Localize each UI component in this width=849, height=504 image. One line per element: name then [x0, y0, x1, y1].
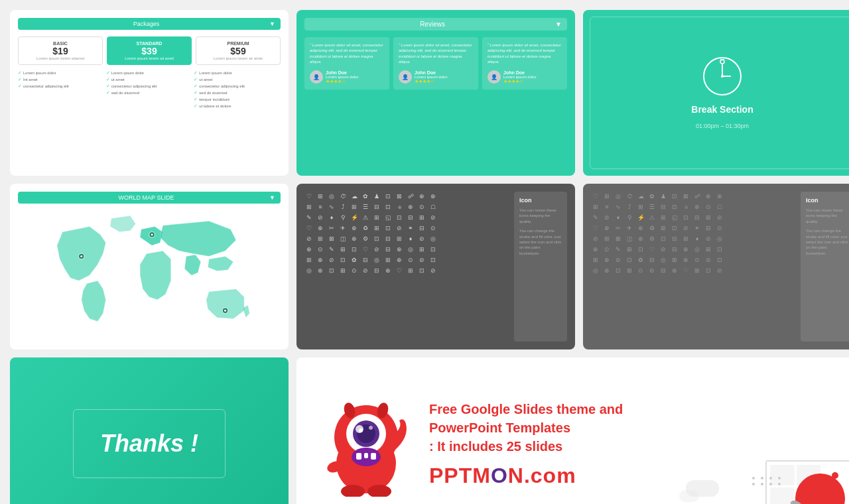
icon-glyph: ⊡	[715, 255, 724, 265]
icon-glyph: ⊘	[428, 266, 438, 275]
icon-glyph: ⊡	[383, 192, 393, 201]
icon-glyph: ⊕	[681, 245, 690, 254]
promo-main-text: Free Goolgle Slides theme andPowerPoint …	[429, 400, 842, 456]
icon-glyph: ⊘	[417, 255, 426, 265]
icon-glyph: ⊡	[350, 245, 359, 254]
feature-item: ✓consectetur adipiscing elit	[18, 84, 105, 89]
icon-glyph: ⚠	[647, 213, 657, 222]
icon-glyph: ◎	[715, 234, 724, 243]
icon-glyph: ⊞	[304, 255, 314, 265]
icon-glyph: ⊙	[417, 202, 426, 212]
icon-glyph: ⊞	[681, 234, 690, 243]
drone-decoration	[812, 500, 838, 504]
icon-glyph: ⊡	[327, 266, 336, 275]
icon-glyph: ⤴	[338, 202, 348, 212]
icon-glyph: ⊡	[395, 213, 404, 222]
map-header: WORLD MAP SLIDE ▼	[18, 192, 281, 204]
icon-glyph: ≡	[316, 202, 325, 212]
icon-glyph: ⊕	[670, 266, 679, 275]
icon-glyph: ⊙	[636, 266, 645, 275]
icon-glyph: ⚲	[625, 213, 634, 222]
icon-glyph: ⊕	[350, 223, 359, 233]
icon-glyph: ⊟	[372, 266, 381, 275]
icon-glyph: ⊡	[681, 213, 690, 222]
package-basic: BASIC $19 Lorem ipsum lorem sitamet	[18, 36, 103, 65]
icon-glyph: ⊕	[692, 202, 702, 212]
icon-glyph: ✿	[361, 192, 370, 201]
reviewer-2: 👤 John Doe Lorem ipsum dolor ★★★★☆	[399, 70, 473, 84]
icon-glyph: ✂	[327, 223, 336, 233]
map-dropdown-icon[interactable]: ▼	[269, 194, 275, 201]
reviewer-stars-2: ★★★★☆	[415, 79, 448, 84]
reviewer-1: 👤 John Doe Lorem ipsum dolor ★★★★☆	[310, 70, 384, 84]
icon-glyph: ✿	[350, 255, 359, 265]
icon-glyph: ⊞	[602, 234, 612, 243]
features-col1: ✓Lorem ipsum dolor ✓Int amet ✓consectetu…	[18, 70, 105, 110]
icon-glyph: ⊕	[602, 255, 612, 265]
promo-slide: Free Goolgle Slides theme andPowerPoint …	[296, 357, 849, 504]
icon-glyph: ⊙	[428, 223, 438, 233]
icon-row: ♡ ⊞ ◎ ⏱ ☁ ✿ ♟ ⊡ ⊠ ☍ ⊕ ⊗	[591, 192, 795, 201]
icon-legend-title-dark: Icon	[806, 197, 848, 204]
icon-row: ⊞ ≡ ∿ ⤴ ⊞ ☰ ⊟ ⊡ ⍟ ⊕ ⊙ ☖	[304, 202, 509, 212]
icon-glyph: ⊠	[327, 234, 336, 243]
packages-dropdown-icon[interactable]: ▼	[269, 21, 275, 27]
icon-glyph: ⊘	[704, 234, 713, 243]
thanks-text: Thanks !	[100, 430, 198, 458]
icon-glyph: ⚭	[692, 223, 702, 233]
icon-glyph: ◎	[406, 245, 415, 254]
icon-row: ✎ ⊘ ♦ ⚲ ⚡ ⚠ ⊞ ◱ ⊡ ⊟ ⊞ ⊘	[304, 213, 509, 222]
svg-point-11	[224, 310, 226, 312]
reviewer-stars-1: ★★★★☆	[326, 79, 359, 84]
icon-glyph: ⏱	[625, 192, 634, 201]
svg-rect-20	[356, 453, 361, 460]
icon-glyph: ♦	[327, 213, 336, 222]
icon-legend-dark: Icon You can resize these icons keeping …	[801, 192, 849, 342]
icon-glyph: ✈	[338, 223, 348, 233]
icon-glyph: ⊞	[670, 255, 679, 265]
icon-glyph: ⏱	[338, 192, 348, 201]
icon-glyph: ⊞	[625, 245, 634, 254]
icon-glyph: ⊞	[692, 266, 702, 275]
icon-glyph: ⊞	[625, 266, 634, 275]
pkg-premium-name: PREMIUM	[200, 41, 276, 46]
reviews-grid: " Lorem ipsum dolor sit amet, consectetu…	[304, 37, 567, 90]
icon-row: ◎ ⊕ ⊡ ⊞ ⊙ ⊘ ⊟ ⊕ ♡ ⊞ ⊡ ⊘	[591, 266, 795, 275]
drone-svg	[812, 500, 838, 504]
icon-glyph: ⊞	[704, 245, 713, 254]
break-title: Break Section	[691, 104, 753, 115]
pkg-basic-price: $19	[23, 46, 98, 56]
icon-glyph: ⊡	[715, 245, 724, 254]
map-container	[18, 210, 281, 330]
features-col2: ✓Lorem ipsum dolor ✓ut amet ✓consectetur…	[106, 70, 193, 110]
reviews-dropdown-icon[interactable]: ▼	[555, 21, 562, 28]
icon-glyph: ⚡	[636, 213, 645, 222]
icon-glyph: ⊟	[659, 266, 668, 275]
icon-glyph: ≡	[602, 202, 612, 212]
icon-glyph: ⊞	[406, 266, 415, 275]
feature-item: ✓sed do eiusmod	[194, 90, 281, 95]
icon-glyph: ⊞	[372, 223, 381, 233]
reviewer-name-2: John Doe	[415, 70, 448, 75]
icon-glyph: ⊡	[670, 223, 679, 233]
icon-glyph: ♡	[647, 245, 657, 254]
icon-glyph: ☁	[350, 192, 359, 201]
icon-glyph: ⊘	[316, 213, 325, 222]
icon-glyph: ⊞	[338, 266, 348, 275]
review-text-3: " Lorem ipsum dolor sit amet, consectetu…	[488, 42, 562, 65]
icon-row: ♡ ⊕ ✂ ✈ ⊕ ♻ ⊞ ⊡ ⊘ ⚭ ⊟ ⊙	[591, 223, 795, 233]
icon-glyph: ⊞	[591, 255, 600, 265]
icon-glyph: ⊘	[704, 255, 713, 265]
icon-glyph: ⊡	[428, 255, 438, 265]
reviewer-info-2: John Doe Lorem ipsum dolor ★★★★☆	[415, 70, 448, 84]
icon-glyph: ⊕	[304, 245, 314, 254]
map-title: WORLD MAP SLIDE	[119, 194, 174, 201]
svg-rect-21	[364, 453, 368, 458]
icon-glyph: ⊕	[406, 202, 415, 212]
icon-glyph: ⊘	[361, 266, 370, 275]
icon-glyph: ⊟	[704, 223, 713, 233]
svg-rect-22	[371, 453, 376, 460]
icon-glyph: ⊞	[591, 202, 600, 212]
icon-glyph: ⊞	[383, 255, 393, 265]
icon-row: ⊘ ⊞ ⊠ ◫ ⊕ ⚙ ⊡ ⊟ ⊞ ♦ ⊘ ◎	[304, 234, 509, 243]
